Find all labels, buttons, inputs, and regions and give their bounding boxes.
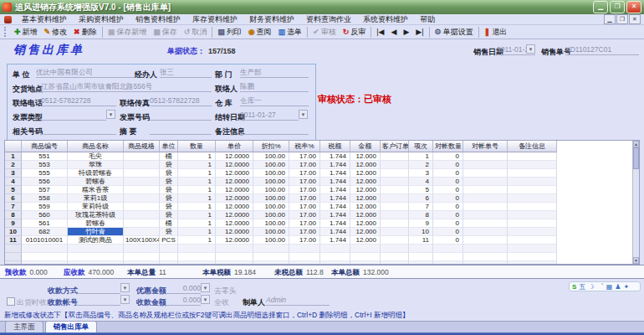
cell[interactable]: 袋 (160, 178, 178, 186)
cell[interactable]: 3 (409, 169, 433, 178)
cell[interactable] (463, 236, 508, 245)
cell[interactable] (463, 261, 508, 264)
cell[interactable]: 玫瑰花茶特级 (68, 211, 124, 219)
scroll-thumb[interactable] (633, 147, 639, 169)
cell[interactable]: 茉莉特级 (68, 203, 124, 211)
row-number[interactable]: 4 (5, 178, 22, 186)
cell[interactable]: 17.00 (289, 228, 320, 236)
cell[interactable] (508, 186, 557, 194)
fax-input[interactable]: 0512-57822728 (150, 96, 212, 106)
cell[interactable]: 12.0000 (216, 169, 253, 178)
discount-amount-dropdown-icon[interactable]: ▼ (201, 283, 210, 292)
cell[interactable] (463, 178, 508, 186)
cell[interactable] (124, 161, 160, 169)
contact-input[interactable]: 陈鹏 (240, 82, 309, 92)
cell[interactable]: 测试的商品 (68, 236, 124, 245)
cell[interactable] (216, 253, 253, 261)
cell[interactable] (381, 211, 409, 219)
trim-zero-button[interactable]: 去零头 (214, 286, 237, 296)
cell[interactable]: 100.00 (253, 203, 289, 211)
cell[interactable]: 12.0000 (216, 178, 253, 186)
cell[interactable]: 12.000 (350, 152, 381, 161)
cell[interactable]: 12.0000 (216, 203, 253, 211)
cell[interactable]: 555 (22, 169, 68, 178)
row-number[interactable]: 10 (5, 228, 22, 236)
cell[interactable]: 0 (433, 211, 463, 219)
ime-toolbar[interactable]: S五☽゜▦♟✦ (569, 281, 641, 291)
cell[interactable] (508, 228, 557, 236)
cell[interactable]: 0 (433, 169, 463, 178)
cell[interactable]: 12.0000 (216, 236, 253, 245)
menu-item-3[interactable]: 库存资料维护 (187, 14, 243, 25)
cell[interactable] (381, 178, 409, 186)
cell[interactable] (508, 178, 557, 186)
cell[interactable]: 1.744 (320, 219, 350, 228)
cell[interactable]: 桶 (160, 219, 178, 228)
restore-button[interactable]: ❐ (610, 1, 625, 13)
row-number[interactable] (5, 253, 22, 261)
cell[interactable]: 1 (178, 211, 216, 219)
cell[interactable]: 4 (409, 178, 433, 186)
cell[interactable]: 12.000 (350, 211, 381, 219)
cell[interactable] (320, 245, 350, 253)
ime-punct-icon[interactable]: ゜ (597, 282, 604, 291)
payment-method-select[interactable] (77, 284, 120, 294)
cell[interactable]: 11 (409, 236, 433, 245)
cell[interactable] (124, 178, 160, 186)
discount-amount-input[interactable]: 0.000 (166, 284, 201, 294)
cell[interactable] (463, 211, 508, 219)
cell[interactable]: 袋 (160, 211, 178, 219)
cell[interactable] (433, 261, 463, 264)
cell[interactable]: 1.744 (320, 194, 350, 203)
cell[interactable] (381, 194, 409, 203)
sale-no-input[interactable]: XD110127C01 (565, 45, 639, 55)
address-input[interactable]: 江苏省昆山市周市镇青阳北路556号 (41, 82, 212, 92)
cell[interactable] (22, 261, 68, 264)
cell[interactable] (22, 245, 68, 253)
cell[interactable] (216, 261, 253, 264)
row-number[interactable]: 7 (5, 203, 22, 211)
cell[interactable] (463, 228, 508, 236)
column-header-4[interactable]: 单位 (160, 141, 178, 152)
cell[interactable]: 556 (22, 178, 68, 186)
cell[interactable] (320, 253, 350, 261)
cell[interactable] (381, 228, 409, 236)
cell[interactable]: 9 (409, 219, 433, 228)
column-header-1[interactable]: 商品编号 (22, 141, 68, 152)
cell[interactable] (124, 152, 160, 161)
cell[interactable]: 100X100X40. (124, 236, 160, 245)
column-header-9[interactable]: 税额 (320, 141, 350, 152)
cell[interactable]: 1.744 (320, 178, 350, 186)
cell[interactable]: 17.00 (289, 194, 320, 203)
column-header-13[interactable]: 对帐数量 (433, 141, 463, 152)
cell[interactable] (409, 253, 433, 261)
closedate-select[interactable]: 2011-01-27 (240, 111, 299, 121)
cell[interactable]: 558 (22, 194, 68, 203)
cell[interactable]: 100.00 (253, 211, 289, 219)
cell[interactable] (216, 245, 253, 253)
menu-item-4[interactable]: 财务资料维护 (243, 14, 300, 25)
cell[interactable]: 桶 (160, 152, 178, 161)
relno-input[interactable] (41, 125, 116, 135)
cell[interactable]: 17.00 (289, 219, 320, 228)
cell[interactable]: 100.00 (253, 161, 289, 169)
column-header-10[interactable]: 金额 (350, 141, 381, 152)
cell[interactable]: 100.00 (253, 228, 289, 236)
cell[interactable] (124, 245, 160, 253)
cell[interactable] (350, 245, 381, 253)
ime-mode-icon[interactable]: ☽ (588, 283, 594, 291)
cell[interactable] (381, 236, 409, 245)
scroll-down-icon[interactable]: ▼ (633, 257, 639, 264)
cell[interactable] (508, 169, 557, 178)
cell[interactable] (381, 161, 409, 169)
toolbar-button-first-record[interactable]: |◀ (373, 26, 387, 39)
cell[interactable]: 553 (22, 161, 68, 169)
cell[interactable]: 1 (178, 194, 216, 203)
ime-wubi-icon[interactable]: 五 (579, 282, 585, 291)
receive-full-button[interactable]: 全收 (214, 297, 229, 308)
cell[interactable]: 561 (22, 219, 68, 228)
cell[interactable] (124, 228, 160, 236)
maker-input[interactable]: Admin (266, 296, 330, 306)
cell[interactable]: 1 (178, 186, 216, 194)
row-number[interactable]: 8 (5, 211, 22, 219)
